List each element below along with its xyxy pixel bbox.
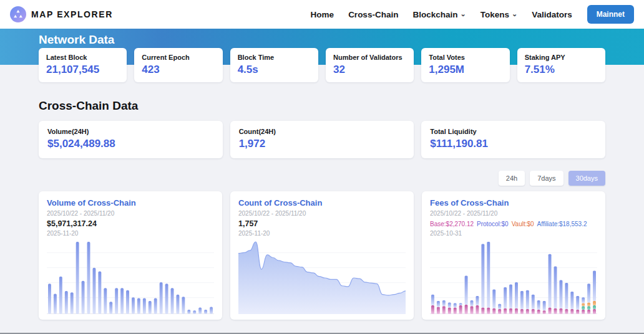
volume-of-cross-chain-chart[interactable] <box>47 239 214 314</box>
legend-protocol: Protocol:$0 <box>477 221 509 227</box>
stat-label: Number of Validators <box>333 54 406 61</box>
nav-item-label: Blockchain <box>412 10 457 19</box>
chart-card: Volume of Cross-Chain 2025/10/22 - 2025/… <box>39 191 222 320</box>
stat-value: 32 <box>333 64 406 76</box>
nav-item-cross-chain[interactable]: Cross-Chain <box>348 10 398 19</box>
brand-name: MAP EXPLORER <box>31 9 113 19</box>
stat-label: Staking APY <box>525 54 598 61</box>
chart-current-date: 2025-11-20 <box>47 230 214 237</box>
stat-value: 21,107,545 <box>46 64 119 76</box>
stat-label: Latest Block <box>46 54 119 61</box>
network-select-button[interactable]: Mainnet <box>587 5 634 24</box>
nav-item-label: Cross-Chain <box>348 10 398 19</box>
nav-item-label: Home <box>311 10 334 19</box>
count-of-cross-chain-chart[interactable] <box>238 239 406 314</box>
stat-value: $111,190.81 <box>430 138 597 150</box>
time-range-30days[interactable]: 30days <box>568 171 605 186</box>
stat-label: Count(24H) <box>239 128 406 135</box>
navbar: MAP EXPLORER Home Cross-Chain Blockchain… <box>0 0 644 29</box>
stat-value: 4.5s <box>238 64 311 76</box>
legend-vault: Vault:$0 <box>512 221 534 227</box>
stat-label: Total Liquidity <box>430 128 597 135</box>
stat-label: Block Time <box>238 54 311 61</box>
cross-chain-stats-row: Volume(24H) $5,024,489.88 Count(24H) 1,9… <box>39 121 605 158</box>
stat-label: Total Votes <box>429 54 502 61</box>
chart-date-range: 2025/10/22 - 2025/11/20 <box>238 210 406 217</box>
chart-title: Fees of Cross-Chain <box>430 198 597 208</box>
brand[interactable]: MAP EXPLORER <box>10 6 113 22</box>
chart-date-range: 2025/10/22 - 2025/11/20 <box>47 210 214 217</box>
stat-card: Volume(24H) $5,024,489.88 <box>39 121 223 158</box>
chart-current-date: 2025-11-20 <box>238 230 406 237</box>
stat-label: Current Epoch <box>142 54 215 61</box>
time-range-selector: 24h7days30days <box>39 171 605 186</box>
legend-affiliate: Affiliate:$18,553.2 <box>537 221 587 227</box>
network-stats-row: Latest Block 21,107,545 Current Epoch 42… <box>39 48 605 82</box>
chevron-down-icon: ⌄ <box>512 11 517 17</box>
chart-title: Volume of Cross-Chain <box>47 198 214 208</box>
network-data-title: Network Data <box>39 33 644 47</box>
stat-card: Number of Validators 32 <box>326 48 414 82</box>
chart-current-value: 1,757 <box>238 219 406 228</box>
nav-item-label: Validators <box>532 10 572 19</box>
time-range-7days[interactable]: 7days <box>530 171 563 186</box>
nav-item-blockchain[interactable]: Blockchain ⌄ <box>412 10 466 19</box>
chart-current-value: Base:$2,270.12Protocol:$0Vault:$0Affilia… <box>430 219 597 228</box>
nav-item-label: Tokens <box>481 10 509 19</box>
stat-card: Block Time 4.5s <box>230 48 318 82</box>
charts-row: Volume of Cross-Chain 2025/10/22 - 2025/… <box>39 191 605 320</box>
nav-menu: Home Cross-Chain Blockchain ⌄ Tokens ⌄ V… <box>311 10 572 19</box>
chart-title: Count of Cross-Chain <box>238 198 406 208</box>
nav-item-home[interactable]: Home <box>311 10 334 19</box>
stat-value: 1,295M <box>429 64 502 76</box>
stat-value: $5,024,489.88 <box>47 138 214 150</box>
stat-value: 423 <box>142 64 215 76</box>
stat-label: Volume(24H) <box>47 128 214 135</box>
stat-value: 1,972 <box>239 138 406 150</box>
chart-current-value: $5,971,317.24 <box>47 219 214 228</box>
chart-card: Count of Cross-Chain 2025/10/22 - 2025/1… <box>230 191 414 320</box>
stat-card: Current Epoch 423 <box>134 48 222 82</box>
stat-card: Count(24H) 1,972 <box>230 121 414 158</box>
nav-item-tokens[interactable]: Tokens ⌄ <box>481 10 517 19</box>
stat-card: Total Liquidity $111,190.81 <box>421 121 605 158</box>
chart-card: Fees of Cross-Chain 2025/10/22 - 2025/11… <box>422 191 605 320</box>
chart-date-range: 2025/10/22 - 2025/11/20 <box>430 210 597 217</box>
chevron-down-icon: ⌄ <box>460 11 466 17</box>
fees-of-cross-chain-chart[interactable] <box>430 239 597 314</box>
map-logo-icon <box>10 6 26 22</box>
time-range-24h[interactable]: 24h <box>499 171 525 186</box>
stat-value: 7.51% <box>525 64 598 76</box>
chart-current-date: 2025-10-31 <box>430 230 597 237</box>
stat-card: Total Votes 1,295M <box>421 48 509 82</box>
nav-item-validators[interactable]: Validators <box>532 10 572 19</box>
stat-card: Staking APY 7.51% <box>517 48 605 82</box>
legend-base: Base:$2,270.12 <box>430 221 474 227</box>
stat-card: Latest Block 21,107,545 <box>39 48 127 82</box>
cross-chain-title: Cross-Chain Data <box>39 99 605 113</box>
